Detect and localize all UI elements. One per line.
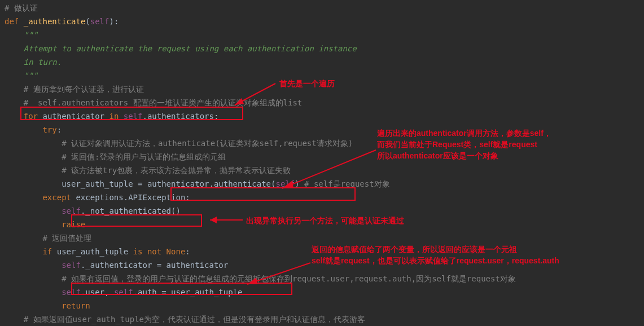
code-comment: # self.authenticators 配置的一堆认证类产生的认证类对象组成… xyxy=(24,98,303,107)
docstring: Attempt to authenticate the request usin… xyxy=(24,44,357,53)
code-comment: # 做认证 xyxy=(5,3,38,12)
param-self: self xyxy=(90,17,109,26)
annotation-text-4: 返回的信息赋值给了两个变量，所以返回的应该是一个元祖 self就是request… xyxy=(312,244,559,266)
annotation-text-3: 出现异常执行另一个方法，可能是认证未通过 xyxy=(246,215,404,226)
keyword-if: if xyxy=(42,247,52,256)
keyword-for: for xyxy=(24,112,38,121)
code-comment: # 如果返回值user_auth_tuple为空，代表认证通过，但是没有登录用户… xyxy=(24,315,365,324)
code-comment: # 如果有返回值，登录的用户与认证的信息组成的元组拆包保存到request.us… xyxy=(62,274,516,283)
annotation-text-2: 遍历出来的authenticator调用方法，参数是self， 而我们当前处于R… xyxy=(377,127,551,161)
code-comment: # 认证对象调用认证方法，authenticate(认证类对象self,requ… xyxy=(62,139,353,148)
keyword-def: def xyxy=(5,17,19,26)
code-comment: # 该方法被try包裹，表示该方法会抛异常，抛异常表示认证失败 xyxy=(62,166,291,175)
code-editor[interactable]: # 做认证 def _authenticate(self): """ Attem… xyxy=(5,1,639,326)
keyword-return: return xyxy=(62,301,90,310)
keyword-try: try xyxy=(42,125,56,134)
keyword-raise: raise xyxy=(62,220,85,229)
func-name: _authenticate xyxy=(24,17,86,26)
keyword-except: except xyxy=(42,193,71,202)
code-comment: # 返回值处理 xyxy=(42,234,91,243)
annotation-text-1: 首先是一个遍历 xyxy=(279,78,335,89)
code-comment: # 遍历拿到每个认证器，进行认证 xyxy=(24,85,144,94)
code-comment: # 返回值:登录的用户与认证的信息组成的元组 xyxy=(62,152,226,161)
